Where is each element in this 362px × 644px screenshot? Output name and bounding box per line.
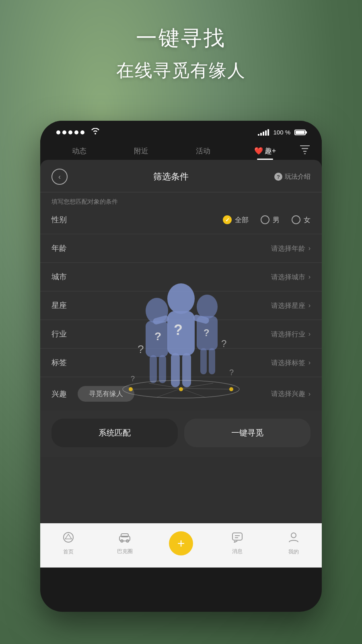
phone-shell: 100 % 动态 附近 活动 ❤️ 趣+ [40, 121, 322, 612]
top-subtitle: 在线寻觅有缘人 [0, 59, 362, 83]
nav-messages[interactable]: 消息 [209, 532, 265, 559]
filter-icon[interactable] [296, 142, 314, 160]
interest-chevron: › [309, 390, 311, 398]
filter-row-tags[interactable]: 标签 请选择标签 › [40, 349, 322, 377]
panel-header: ‹ 筛选条件 ? 玩法介绍 [40, 160, 322, 192]
bakr-label: 巴克圈 [117, 548, 133, 555]
nav-home[interactable]: 首页 [40, 532, 97, 559]
nav-profile[interactable]: 我的 [265, 532, 322, 559]
check-mark: ✓ [225, 217, 230, 223]
filter-subtitle: 填写您想匹配对象的条件 [40, 192, 322, 206]
interest-label: 兴趣 [51, 389, 78, 399]
help-label: 玩法介绍 [285, 173, 311, 181]
help-button[interactable]: ? 玩法介绍 [274, 173, 311, 181]
tab-fujin[interactable]: 附近 [110, 143, 172, 159]
nav-bakr[interactable]: 巴克圈 [97, 532, 153, 559]
city-value: 请选择城市 › [271, 272, 311, 282]
messages-icon [232, 532, 243, 545]
gender-female-label: 女 [304, 215, 311, 225]
back-icon: ‹ [58, 173, 61, 181]
home-icon [63, 532, 74, 546]
filter-row-city[interactable]: 城市 请选择城市 › [40, 263, 322, 291]
industry-label: 行业 [51, 329, 78, 339]
tags-placeholder: 请选择标签 [271, 358, 305, 367]
profile-label: 我的 [288, 548, 299, 555]
filter-row-industry[interactable]: 行业 请选择行业 › [40, 320, 322, 349]
svg-marker-32 [65, 534, 72, 539]
status-bar: 100 % [40, 121, 322, 140]
tab-qu-plus[interactable]: ❤️ 趣+ [234, 143, 296, 159]
constellation-placeholder: 请选择星座 [271, 301, 305, 310]
industry-value: 请选择行业 › [271, 330, 311, 339]
constellation-label: 星座 [51, 300, 78, 311]
gender-option-all[interactable]: ✓ 全部 [223, 215, 249, 225]
industry-chevron: › [309, 330, 311, 338]
svg-rect-37 [232, 533, 242, 540]
filter-row-constellation[interactable]: 星座 请选择星座 › [40, 291, 322, 320]
interest-tag[interactable]: 寻觅有缘人 [78, 386, 134, 402]
battery-percent: 100 % [273, 129, 290, 136]
tags-value: 请选择标签 › [271, 358, 311, 367]
gender-option-male[interactable]: 男 [261, 215, 280, 225]
dot-1 [56, 130, 60, 134]
help-icon: ? [274, 173, 282, 181]
constellation-value: 请选择星座 › [271, 301, 311, 310]
radio-female[interactable] [292, 215, 300, 224]
dot-3 [68, 130, 72, 134]
gender-label: 性别 [51, 215, 78, 225]
svg-point-40 [291, 533, 296, 538]
panel-container: ? ? ? [40, 160, 322, 568]
bottom-nav: 首页 巴克圈 + [40, 523, 322, 568]
gender-all-label: 全部 [235, 215, 249, 225]
nav-tabs: 动态 附近 活动 ❤️ 趣+ [40, 140, 322, 160]
interest-placeholder: 请选择兴趣 [271, 389, 305, 398]
top-text-block: 一键寻找 在线寻觅有缘人 [0, 24, 362, 83]
profile-icon [288, 532, 299, 546]
interest-value: 请选择兴趣 › [271, 389, 311, 398]
industry-placeholder: 请选择行业 [271, 330, 305, 339]
radio-all[interactable]: ✓ [223, 215, 232, 224]
dot-5 [80, 130, 84, 134]
gender-options: ✓ 全部 男 女 [223, 215, 311, 225]
wifi-icon [91, 128, 100, 136]
heart-icon: ❤️ [254, 147, 263, 155]
age-placeholder: 请选择年龄 [271, 244, 305, 253]
nav-plus-center: + [153, 531, 209, 559]
tab-huodong[interactable]: 活动 [172, 143, 234, 159]
gender-male-label: 男 [273, 215, 280, 225]
age-value: 请选择年龄 › [271, 244, 311, 253]
battery-icon [294, 130, 306, 135]
bakr-icon [119, 532, 131, 545]
tab-dongtai[interactable]: 动态 [48, 143, 110, 159]
phone-content: 100 % 动态 附近 活动 ❤️ 趣+ [40, 121, 322, 568]
panel-title: 筛选条件 [153, 171, 189, 183]
messages-label: 消息 [232, 548, 243, 555]
age-label: 年龄 [51, 243, 78, 254]
constellation-chevron: › [309, 302, 311, 309]
filter-row-age[interactable]: 年龄 请选择年龄 › [40, 234, 322, 263]
back-button[interactable]: ‹ [51, 169, 68, 185]
bottom-buttons: 系统匹配 一键寻觅 [40, 411, 322, 457]
battery-fill [296, 131, 304, 134]
top-title: 一键寻找 [0, 24, 362, 52]
signal-dots [56, 130, 84, 134]
city-label: 城市 [51, 272, 78, 282]
age-chevron: › [309, 245, 311, 252]
system-match-button[interactable]: 系统匹配 [51, 419, 178, 447]
plus-button[interactable]: + [169, 531, 193, 555]
city-placeholder: 请选择城市 [271, 272, 305, 282]
filter-row-interest[interactable]: 兴趣 寻觅有缘人 请选择兴趣 › [40, 377, 322, 411]
gender-option-female[interactable]: 女 [292, 215, 311, 225]
status-right: 100 % [258, 129, 306, 136]
radio-male[interactable] [261, 215, 269, 224]
tags-label: 标签 [51, 357, 78, 368]
one-click-search-button[interactable]: 一键寻觅 [184, 419, 311, 447]
tags-chevron: › [309, 359, 311, 366]
plus-icon: + [177, 537, 185, 550]
home-label: 首页 [63, 548, 74, 555]
filter-panel: ? ? ? [40, 160, 322, 568]
city-chevron: › [309, 273, 311, 281]
filter-row-gender[interactable]: 性别 ✓ 全部 男 [40, 206, 322, 234]
dot-2 [62, 130, 66, 134]
interest-content: 寻觅有缘人 [78, 386, 271, 402]
